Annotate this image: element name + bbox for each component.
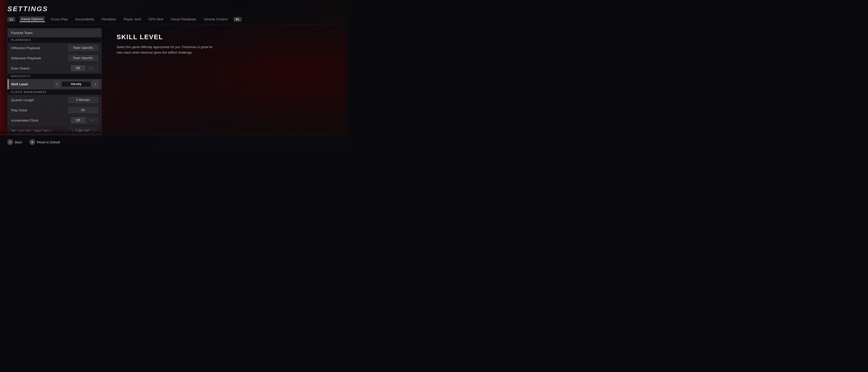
description-text: Select the game difficulty appropriate f… — [117, 44, 216, 55]
accelerated-clock-label: Accelerated Clock — [11, 119, 38, 122]
even-teams-toggle: Off On — [71, 65, 98, 71]
even-teams-label: Even Teams — [11, 66, 30, 70]
defensive-playbook-label: Defensive Playbook — [11, 56, 41, 60]
section-header-difficulty: DIFFICULTY — [8, 73, 101, 79]
play-clock-value: On — [68, 107, 98, 113]
left-trigger-indicator: L1 — [7, 17, 15, 22]
row-defensive-playbook[interactable]: Defensive Playbook Team Specific — [8, 53, 101, 63]
tab-player-skill[interactable]: Player Skill — [122, 17, 143, 22]
even-teams-off[interactable]: Off — [71, 65, 85, 71]
tab-game-options[interactable]: Game Options — [20, 17, 45, 22]
quarter-length-value: 3 Minutes — [68, 97, 98, 103]
skill-level-right-arrow[interactable]: › — [93, 81, 98, 87]
accelerated-clock-toggle: Off On — [71, 117, 98, 123]
play-clock-value-container: On — [68, 107, 98, 113]
description-title: SKILL LEVEL — [117, 33, 332, 41]
quarter-length-label: Quarter Length — [11, 98, 34, 102]
reset-icon: ⊕ — [30, 140, 35, 145]
row-accelerated-clock[interactable]: Accelerated Clock Off On — [8, 115, 101, 125]
main-container: SETTINGS L1 Game Options Cross-Play Acce… — [0, 0, 347, 149]
row-play-clock[interactable]: Play Clock On — [8, 105, 101, 115]
tab-cpu-skill[interactable]: CPU Skill — [147, 17, 165, 22]
tab-cross-play[interactable]: Cross-Play — [49, 17, 69, 22]
back-icon: ⊙ — [7, 140, 13, 145]
accelerated-clock-off[interactable]: Off — [71, 117, 85, 123]
skill-level-value-container: ‹ Varsity › — [54, 81, 98, 87]
defensive-playbook-value-container: Team Specific — [68, 55, 98, 61]
bottom-bar: ⊙ Back ⊕ Reset to Default — [0, 135, 347, 149]
tab-visual-feedback[interactable]: Visual Feedback — [169, 17, 198, 22]
page-title: SETTINGS — [7, 5, 340, 13]
accelerated-clock-on[interactable]: On — [85, 117, 98, 123]
row-offensive-playbook[interactable]: Offensive Playbook Team Specific — [8, 43, 101, 53]
row-skill-level[interactable]: Skill Level ‹ Varsity › — [8, 79, 101, 89]
section-header-clock: CLOCK MANAGEMENT — [8, 89, 101, 95]
tab-bar: L1 Game Options Cross-Play Accessibility… — [7, 17, 340, 24]
tab-accessibility[interactable]: Accessibility — [74, 17, 96, 22]
favorite-team-row[interactable]: Favorite Team — [8, 29, 101, 37]
row-min-play-clock[interactable]: Minimum Play Clock Time 0 Seconds — [8, 125, 101, 136]
row-even-teams[interactable]: Even Teams Off On — [8, 63, 101, 73]
favorite-team-label: Favorite Team — [11, 31, 32, 35]
tab-volume-control[interactable]: Volume Control — [203, 17, 229, 22]
settings-list: Favorite Team PLAYBOOKS Offensive Playbo… — [7, 28, 102, 142]
reset-action[interactable]: ⊕ Reset to Default — [30, 140, 60, 145]
skill-level-value: Varsity — [61, 81, 91, 87]
description-panel: SKILL LEVEL Select the game difficulty a… — [109, 28, 340, 142]
offensive-playbook-label: Offensive Playbook — [11, 46, 40, 50]
skill-level-label: Skill Level — [11, 82, 28, 86]
row-quarter-length[interactable]: Quarter Length 3 Minutes — [8, 95, 101, 105]
even-teams-on[interactable]: On — [85, 65, 98, 71]
content-area: Favorite Team PLAYBOOKS Offensive Playbo… — [7, 28, 340, 142]
right-trigger-indicator: R1 — [234, 17, 242, 22]
back-action[interactable]: ⊙ Back — [7, 140, 22, 145]
defensive-playbook-value: Team Specific — [68, 55, 98, 61]
play-clock-label: Play Clock — [11, 108, 27, 112]
section-header-playbooks: PLAYBOOKS — [8, 37, 101, 43]
offensive-playbook-value: Team Specific — [68, 45, 98, 51]
quarter-length-value-container: 3 Minutes — [68, 97, 98, 103]
back-label: Back — [15, 141, 22, 144]
settings-panel: Favorite Team PLAYBOOKS Offensive Playbo… — [7, 28, 102, 142]
skill-level-left-arrow[interactable]: ‹ — [54, 81, 60, 87]
tab-penalties[interactable]: Penalties — [100, 17, 118, 22]
reset-label: Reset to Default — [37, 141, 60, 144]
offensive-playbook-value-container: Team Specific — [68, 45, 98, 51]
